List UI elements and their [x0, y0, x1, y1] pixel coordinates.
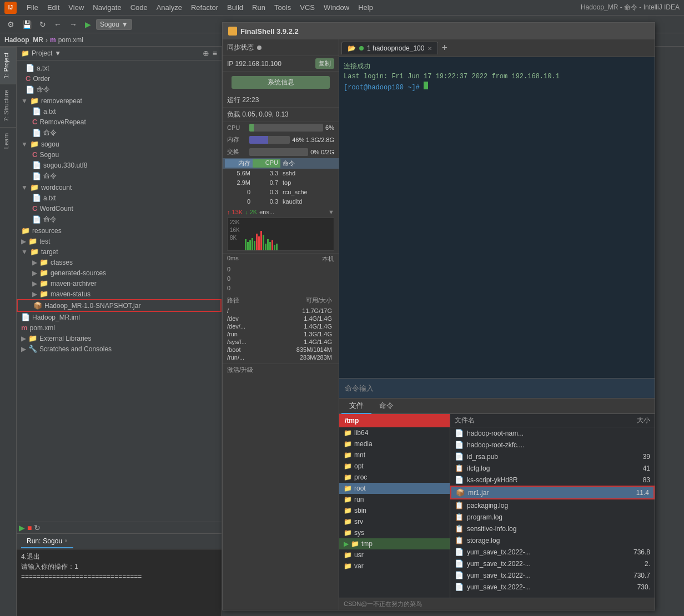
fm-dir-usr[interactable]: 📁 usr: [339, 549, 450, 561]
menu-tools[interactable]: Tools: [270, 2, 295, 13]
menu-code[interactable]: Code: [126, 2, 152, 13]
command-input-area[interactable]: 命令输入: [339, 378, 655, 398]
fm-dir-mnt[interactable]: 📁 mnt: [339, 450, 450, 461]
proc-row-4[interactable]: 0 0.3 kauditd: [223, 197, 339, 206]
copy-button[interactable]: 复制: [315, 58, 334, 69]
fm-dir-opt[interactable]: 📁 opt: [339, 461, 450, 472]
sidebar-tab-project[interactable]: 1: Project: [0, 47, 16, 84]
list-item[interactable]: ▶🔧Scratches and Consoles: [17, 344, 222, 354]
refresh-button[interactable]: ↻: [37, 18, 49, 31]
fm-file-1[interactable]: 📄hadoop-root-nam...: [450, 427, 655, 439]
breadcrumb-file[interactable]: pom.xml: [58, 36, 83, 44]
list-item[interactable]: 📄命令: [17, 84, 222, 95]
list-item[interactable]: 📄sogou.330.utf8: [17, 160, 222, 170]
disk-row-5[interactable]: /sys/f...1.4G/1.4G: [227, 338, 334, 346]
back-button[interactable]: ←: [51, 18, 64, 31]
list-item[interactable]: ▶📁classes: [17, 257, 222, 267]
tab-close-icon[interactable]: ✕: [428, 46, 432, 52]
build-button[interactable]: ⚙: [4, 18, 17, 31]
fm-dir-sys[interactable]: 📁 sys: [339, 527, 450, 538]
disk-row-6[interactable]: /boot835M/1014M: [227, 346, 334, 354]
fm-file-9[interactable]: 📋sensitive-info.log: [450, 523, 655, 534]
fm-file-5[interactable]: 📄ks-script-ykHd8R83: [450, 474, 655, 486]
list-item[interactable]: 📄命令: [17, 214, 222, 225]
fm-file-4[interactable]: 📋ifcfg.log41: [450, 462, 655, 474]
network-expand-icon[interactable]: ▼: [328, 209, 334, 215]
disk-row-1[interactable]: /11.7G/17G: [227, 307, 334, 315]
proc-row-2[interactable]: 2.9M 0.7 top: [223, 178, 339, 188]
list-item[interactable]: 📄命令: [17, 170, 222, 182]
fm-file-12[interactable]: 📄yum_save_tx.2022-...2.: [450, 558, 655, 569]
disk-row-2[interactable]: /dev1.4G/1.4G: [227, 315, 334, 322]
list-item[interactable]: 📄a.txt: [17, 193, 222, 203]
list-item[interactable]: ▶📁maven-status: [17, 289, 222, 299]
menu-vcs[interactable]: VCS: [295, 2, 319, 13]
menu-refactor[interactable]: Refactor: [187, 2, 223, 13]
disk-row-3[interactable]: /dev/...1.4G/1.4G: [227, 322, 334, 330]
list-item[interactable]: ▼📁wordcount: [17, 182, 222, 193]
fm-file-13[interactable]: 📄yum_save_tx.2022-...730.7: [450, 569, 655, 581]
list-item[interactable]: ▶📁External Libraries: [17, 333, 222, 344]
fm-tab-file[interactable]: 文件: [341, 398, 371, 414]
fm-file-14[interactable]: 📄yum_save_tx.2022-...730.: [450, 581, 655, 593]
fm-dir-tmp[interactable]: ▶📁 tmp: [339, 538, 450, 549]
fm-file-3[interactable]: 📄id_rsa.pub39: [450, 451, 655, 462]
disk-row-7[interactable]: /run/...283M/283M: [227, 354, 334, 361]
fm-file-8[interactable]: 📋program.log: [450, 511, 655, 523]
tree-collapse-button[interactable]: ≡: [213, 49, 217, 58]
list-item[interactable]: C Order: [17, 73, 222, 84]
activate-label[interactable]: 激活/升级: [227, 366, 253, 374]
list-item[interactable]: C WordCount: [17, 203, 222, 214]
menu-help[interactable]: Help: [354, 2, 378, 13]
menu-navigate[interactable]: Navigate: [88, 2, 125, 13]
fm-tab-command[interactable]: 命令: [371, 398, 401, 414]
tree-settings-button[interactable]: ⊕: [203, 49, 209, 58]
play-button[interactable]: ▶: [19, 523, 25, 532]
list-item[interactable]: ▶📁test: [17, 236, 222, 246]
fm-dir-lib64[interactable]: 📁 lib64: [339, 427, 450, 438]
menu-edit[interactable]: Edit: [43, 2, 64, 13]
fm-dir-var[interactable]: 📁 var: [339, 561, 450, 572]
proc-row-1[interactable]: 5.6M 3.3 sshd: [223, 169, 339, 178]
disk-row-4[interactable]: /run1.3G/1.4G: [227, 330, 334, 338]
fm-file-7[interactable]: 📋packaging.log: [450, 499, 655, 511]
fm-file-mr1jar[interactable]: 📦mr1.jar11.4: [450, 486, 655, 499]
fm-file-10[interactable]: 📋storage.log: [450, 534, 655, 546]
forward-button[interactable]: →: [67, 18, 80, 31]
rerun-button[interactable]: ↻: [34, 523, 41, 532]
sysinfo-button[interactable]: 系统信息: [232, 76, 330, 89]
add-tab-button[interactable]: +: [438, 42, 451, 54]
menu-view[interactable]: View: [64, 2, 88, 13]
list-item[interactable]: m pom.xml: [17, 322, 222, 333]
tab-run[interactable]: Run: Sogou ×: [21, 535, 73, 548]
list-item[interactable]: ▶📁maven-archiver: [17, 278, 222, 289]
stop-button[interactable]: ■: [27, 523, 32, 532]
menu-window[interactable]: Window: [319, 2, 354, 13]
breadcrumb-project[interactable]: Hadoop_MR: [4, 36, 43, 44]
fm-file-2[interactable]: 📄hadoop-root-zkfc....: [450, 439, 655, 451]
proc-row-3[interactable]: 0 0.3 rcu_sche: [223, 188, 339, 197]
list-item[interactable]: C Sogou: [17, 149, 222, 160]
list-item[interactable]: 📄Hadoop_MR.iml: [17, 312, 222, 322]
fm-file-11[interactable]: 📄yum_save_tx.2022-...736.8: [450, 546, 655, 558]
list-item[interactable]: 📁resources: [17, 225, 222, 236]
sidebar-tab-learn[interactable]: Learn: [0, 127, 16, 154]
fm-dir-proc[interactable]: 📁 proc: [339, 472, 450, 483]
fm-dir-run[interactable]: 📁 run: [339, 494, 450, 505]
list-item[interactable]: ▼📁target: [17, 246, 222, 257]
fm-dir-media[interactable]: 📁 media: [339, 438, 450, 450]
menu-analyze[interactable]: Analyze: [152, 2, 187, 13]
list-item[interactable]: 📄命令: [17, 127, 222, 139]
list-item[interactable]: C RemoveRepeat: [17, 117, 222, 127]
tab-close-button[interactable]: ×: [64, 538, 68, 544]
list-item[interactable]: 📄a.txt: [17, 63, 222, 73]
run-button[interactable]: ▶: [82, 18, 94, 31]
sidebar-tab-structure[interactable]: 7: Structure: [0, 84, 16, 127]
menu-run[interactable]: Run: [248, 2, 270, 13]
save-button[interactable]: 💾: [19, 18, 34, 31]
fm-dir-root[interactable]: 📁 root →: [339, 483, 450, 494]
fm-dir-srv[interactable]: 📁 srv: [339, 516, 450, 527]
search-dropdown[interactable]: Sogou ▼: [96, 19, 132, 30]
menu-file[interactable]: File: [22, 2, 43, 13]
list-item[interactable]: ▶📁generated-sources: [17, 267, 222, 278]
